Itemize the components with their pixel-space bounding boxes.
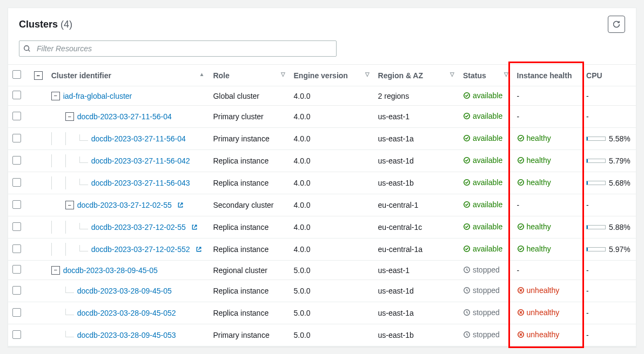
- col-health[interactable]: Instance health: [513, 65, 582, 86]
- external-link-icon[interactable]: [191, 224, 198, 230]
- col-engine[interactable]: Engine version▽: [290, 65, 374, 86]
- title-text: Clusters: [19, 19, 58, 30]
- cpu-value: 5.58%: [609, 134, 630, 143]
- status-badge: available: [463, 244, 502, 253]
- status-badge: available: [463, 222, 502, 231]
- row-checkbox[interactable]: [12, 134, 21, 142]
- region-cell: us-east-1d: [374, 280, 459, 302]
- clusters-table: − Cluster identifier▲ Role▽ Engine versi…: [8, 64, 636, 346]
- region-cell: us-east-1a: [374, 128, 459, 150]
- collapse-all-button[interactable]: −: [34, 71, 43, 80]
- collapse-cell: [30, 128, 47, 150]
- collapse-button[interactable]: −: [65, 112, 74, 121]
- role-cell: Global cluster: [209, 86, 289, 106]
- region-cell: us-east-1a: [374, 302, 459, 324]
- cpu-cell: -: [582, 194, 636, 216]
- col-cpu[interactable]: CPU: [582, 65, 636, 86]
- col-role[interactable]: Role▽: [209, 65, 289, 86]
- cluster-link[interactable]: docdb-2023-03-28-09-45-05: [77, 287, 172, 295]
- table-row: −docdb-2023-03-27-11-56-04Primary cluste…: [8, 106, 636, 128]
- table-row: docdb-2023-03-27-12-02-552Replica instan…: [8, 239, 636, 261]
- cpu-value: 5.88%: [609, 223, 630, 232]
- role-cell: Primary cluster: [209, 106, 289, 128]
- cpu-cell: -: [582, 302, 636, 324]
- cluster-link[interactable]: docdb-2023-03-28-09-45-052: [77, 309, 176, 317]
- external-link-icon[interactable]: [177, 202, 184, 208]
- status-text: available: [473, 178, 502, 187]
- region-cell: us-east-1: [374, 106, 459, 128]
- health-text: healthy: [527, 134, 551, 142]
- health-text: unhealthy: [527, 308, 560, 317]
- table-row: −docdb-2023-03-27-12-02-55Secondary clus…: [8, 194, 636, 216]
- col-role-label: Role: [213, 71, 229, 80]
- search-input[interactable]: [19, 40, 337, 57]
- table-row: −iad-fra-global-clusterGlobal cluster4.0…: [8, 86, 636, 106]
- col-identifier[interactable]: Cluster identifier▲: [47, 65, 209, 86]
- health-text: unhealthy: [527, 286, 560, 295]
- role-cell: Replica instance: [209, 239, 289, 261]
- cpu-cell: 5.97%: [582, 239, 636, 261]
- row-checkbox[interactable]: [12, 286, 21, 295]
- health-badge: unhealthy: [517, 286, 560, 295]
- col-cpu-label: CPU: [586, 71, 602, 80]
- cluster-link[interactable]: docdb-2023-03-27-11-56-043: [91, 179, 190, 187]
- cpu-cell: 5.88%: [582, 216, 636, 239]
- collapse-button[interactable]: −: [51, 266, 60, 275]
- status-text: available: [473, 91, 502, 100]
- col-status[interactable]: Status▽: [459, 65, 513, 86]
- health-badge: healthy: [517, 156, 551, 165]
- region-cell: eu-central-1c: [374, 216, 459, 239]
- col-region[interactable]: Region & AZ▽: [374, 65, 459, 86]
- cluster-link[interactable]: docdb-2023-03-27-11-56-042: [91, 156, 190, 165]
- health-badge: healthy: [517, 222, 551, 231]
- region-cell: us-east-1: [374, 261, 459, 280]
- cpu-bar: [586, 137, 606, 141]
- svg-point-0: [24, 46, 29, 51]
- refresh-button[interactable]: [608, 16, 625, 33]
- health-cell: healthy: [513, 150, 582, 172]
- refresh-icon: [612, 20, 621, 29]
- cluster-link[interactable]: docdb-2023-03-27-12-02-552: [91, 245, 190, 254]
- cpu-value: 5.79%: [609, 156, 630, 165]
- status-badge: stopped: [463, 308, 500, 317]
- cluster-link[interactable]: docdb-2023-03-27-11-56-04: [77, 112, 172, 121]
- health-cell: unhealthy: [513, 324, 582, 346]
- row-checkbox[interactable]: [12, 265, 21, 274]
- collapse-cell: [30, 172, 47, 194]
- health-cell: healthy: [513, 216, 582, 239]
- row-checkbox[interactable]: [12, 178, 21, 187]
- health-cell: healthy: [513, 172, 582, 194]
- collapse-button[interactable]: −: [65, 201, 74, 209]
- select-all-checkbox[interactable]: [12, 70, 21, 79]
- region-cell: us-east-1d: [374, 150, 459, 172]
- table-header-row: − Cluster identifier▲ Role▽ Engine versi…: [8, 65, 636, 86]
- region-cell: us-east-1b: [374, 172, 459, 194]
- cluster-link[interactable]: docdb-2023-03-27-12-02-55: [77, 201, 172, 209]
- collapse-button[interactable]: −: [51, 92, 60, 100]
- row-checkbox[interactable]: [12, 308, 21, 317]
- cpu-cell: -: [582, 86, 636, 106]
- cluster-link[interactable]: docdb-2023-03-28-09-45-05: [63, 266, 158, 275]
- col-identifier-label: Cluster identifier: [51, 71, 111, 80]
- cluster-link[interactable]: docdb-2023-03-28-09-45-053: [77, 331, 176, 339]
- row-checkbox[interactable]: [12, 112, 21, 120]
- region-cell: us-east-1b: [374, 324, 459, 346]
- table-row: docdb-2023-03-28-09-45-052Replica instan…: [8, 302, 636, 324]
- cpu-cell: -: [582, 280, 636, 302]
- table-row: docdb-2023-03-27-11-56-043Replica instan…: [8, 172, 636, 194]
- row-checkbox[interactable]: [12, 156, 21, 165]
- row-checkbox[interactable]: [12, 330, 21, 339]
- cluster-link[interactable]: docdb-2023-03-27-12-02-55: [91, 223, 186, 232]
- row-checkbox[interactable]: [12, 244, 21, 253]
- row-checkbox[interactable]: [12, 91, 21, 99]
- table-row: docdb-2023-03-27-12-02-55Replica instanc…: [8, 216, 636, 239]
- external-link-icon[interactable]: [196, 246, 202, 253]
- row-checkbox[interactable]: [12, 200, 21, 209]
- search-wrap: [8, 33, 636, 64]
- row-checkbox[interactable]: [12, 222, 21, 231]
- cluster-link[interactable]: iad-fra-global-cluster: [63, 92, 132, 100]
- col-collapse: −: [30, 65, 47, 86]
- cluster-link[interactable]: docdb-2023-03-27-11-56-04: [91, 134, 186, 143]
- role-cell: Replica instance: [209, 302, 289, 324]
- col-health-label: Instance health: [517, 71, 572, 80]
